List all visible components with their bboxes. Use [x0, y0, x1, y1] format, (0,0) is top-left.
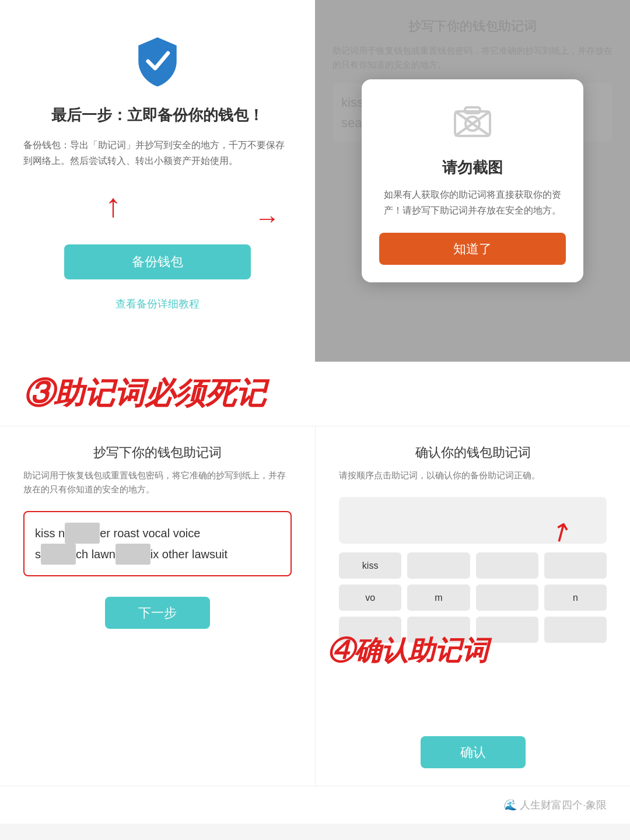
- footer: 🌊 人生财富四个·象限: [0, 786, 630, 824]
- bottom-left-panel: 抄写下你的钱包助记词 助记词用于恢复钱包或重置钱包密码，将它准确的抄写到纸上，并…: [0, 426, 315, 786]
- next-step-button[interactable]: 下一步: [105, 597, 210, 629]
- backup-wallet-button[interactable]: 备份钱包: [64, 244, 251, 279]
- annotation-3-text: ③助记词必须死记: [23, 376, 266, 410]
- bottom-half: 抄写下你的钱包助记词 助记词用于恢复钱包或重置钱包密码，将它准确的抄写到纸上，并…: [0, 426, 630, 786]
- confirm-button[interactable]: 确认: [421, 736, 526, 768]
- annotation-4-section: ④确认助记词: [327, 633, 618, 669]
- word-chip-m[interactable]: m: [407, 584, 470, 611]
- blur-2: [41, 544, 76, 565]
- modal-desc: 如果有人获取你的助记词将直接获取你的资产！请抄写下助记词并存放在安全的地方。: [379, 187, 566, 218]
- word-grid: kiss vo m n: [339, 552, 607, 643]
- mnemonic-text-line2: s ch lawn ix other lawsuit: [35, 544, 280, 565]
- tutorial-link[interactable]: 查看备份详细教程: [116, 297, 200, 311]
- modal-title: 请勿截图: [442, 158, 503, 178]
- annotation-4-text: ④确认助记词: [327, 635, 488, 666]
- blur-3: [116, 544, 150, 565]
- word-chip-4[interactable]: [544, 552, 607, 579]
- annotation-3-section: ③助记词必须死记: [0, 362, 630, 426]
- modal-box: 请勿截图 如果有人获取你的助记词将直接获取你的资产！请抄写下助记词并存放在安全的…: [362, 79, 583, 282]
- word-chip-3[interactable]: [476, 552, 538, 579]
- camera-icon: [452, 103, 493, 146]
- word-chip-2[interactable]: [407, 552, 470, 579]
- footer-watermark: 🌊 人生财富四个·象限: [504, 799, 607, 811]
- bottom-right-panel: 确认你的钱包助记词 请按顺序点击助记词，以确认你的备份助记词正确。 ↗ kiss…: [315, 426, 630, 786]
- copy-mnemonic-desc: 助记词用于恢复钱包或重置钱包密码，将它准确的抄写到纸上，并存放在的只有你知道的安…: [23, 468, 292, 496]
- copy-mnemonic-title: 抄写下你的钱包助记词: [23, 444, 292, 461]
- backup-title: 最后一步：立即备份你的钱包！: [51, 105, 264, 125]
- backup-desc: 备份钱包：导出「助记词」并抄写到安全的地方，千万不要保存到网络上。然后尝试转入、…: [23, 137, 292, 169]
- mnemonic-text-line1: kiss n er roast vocal voice: [35, 523, 280, 544]
- arrow-right-icon: →: [254, 204, 280, 233]
- right-panel: 抄写下你的钱包助记词 助记词用于恢复钱包或重置钱包密码，将它准确的抄写到纸上，并…: [315, 0, 630, 362]
- confirm-mnemonic-desc: 请按顺序点击助记词，以确认你的备份助记词正确。: [339, 468, 607, 482]
- top-half: 最后一步：立即备份你的钱包！ 备份钱包：导出「助记词」并抄写到安全的地方，千万不…: [0, 0, 630, 362]
- word-chip-7[interactable]: [476, 584, 538, 611]
- arrow-up-icon: ↑: [105, 186, 121, 224]
- shield-icon: [131, 35, 184, 88]
- mnemonic-display-box: kiss n er roast vocal voice s ch lawn ix…: [23, 511, 292, 576]
- modal-overlay: 请勿截图 如果有人获取你的助记词将直接获取你的资产！请抄写下助记词并存放在安全的…: [315, 0, 630, 362]
- blur-1: [65, 523, 100, 544]
- word-chip-n[interactable]: n: [544, 584, 607, 611]
- modal-confirm-button[interactable]: 知道了: [379, 233, 566, 265]
- word-chip-vo[interactable]: vo: [339, 584, 401, 611]
- word-chip-kiss[interactable]: kiss: [339, 552, 401, 579]
- confirm-mnemonic-title: 确认你的钱包助记词: [339, 444, 607, 461]
- left-panel: 最后一步：立即备份你的钱包！ 备份钱包：导出「助记词」并抄写到安全的地方，千万不…: [0, 0, 315, 362]
